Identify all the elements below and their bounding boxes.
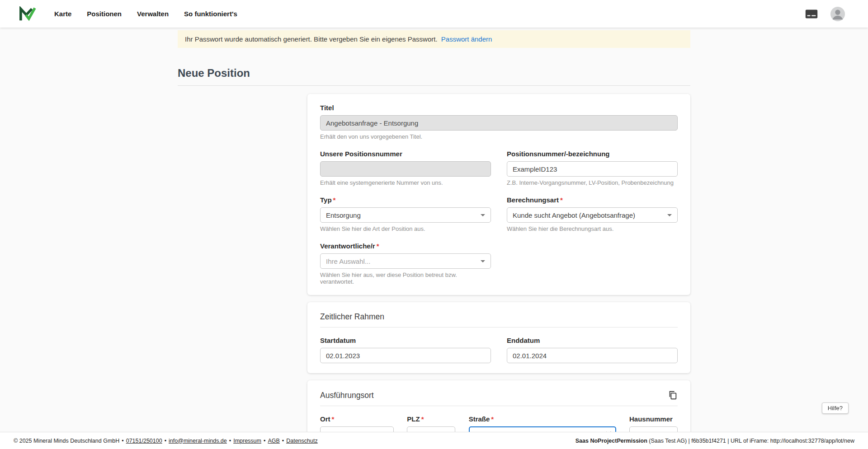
page-title: Neue Position	[178, 67, 690, 86]
main-nav: Karte Positionen Verwalten So funktionie…	[54, 10, 237, 18]
berechnungsart-label: Berechnungsart*	[507, 196, 678, 204]
nav-item-so-funktionierts[interactable]: So funktioniert's	[184, 10, 237, 18]
nav-item-karte[interactable]: Karte	[54, 10, 71, 18]
ausfuehrungsort-title: Ausführungsort	[320, 391, 374, 400]
verantwortlicher-select[interactable]: Ihre Auswahl...	[320, 253, 491, 269]
footer-left: © 2025 Mineral Minds Deutschland GmbH•07…	[14, 438, 318, 444]
footer-tenant: Saas NoProjectPermission	[576, 438, 647, 444]
typ-helper: Wählen Sie hier die Art der Position aus…	[320, 225, 491, 232]
server-icon[interactable]	[805, 9, 818, 19]
zeitlicher-rahmen-card: Zeitlicher Rahmen Startdatum Enddatum	[307, 302, 690, 373]
copy-icon[interactable]	[668, 390, 678, 400]
verantwortlicher-label: Verantwortliche/r*	[320, 242, 491, 250]
zeitlicher-rahmen-title: Zeitlicher Rahmen	[320, 312, 384, 322]
banner-text: Ihr Passwort wurde automatisch generiert…	[185, 35, 438, 43]
footer: © 2025 Mineral Minds Deutschland GmbH•07…	[0, 432, 868, 449]
titel-label: Titel	[320, 104, 678, 112]
strasse-label: Straße*	[469, 415, 616, 423]
password-banner: Ihr Passwort wurde automatisch generiert…	[178, 30, 690, 48]
verantwortlicher-helper: Wählen Sie hier aus, wer diese Position …	[320, 271, 491, 285]
footer-link-email[interactable]: info@mineral-minds.de	[169, 438, 227, 444]
required-marker: *	[332, 415, 335, 423]
navbar: Karte Positionen Verwalten So funktionie…	[0, 0, 868, 28]
typ-select-value: Entsorgung	[326, 211, 361, 219]
chevron-down-icon	[667, 214, 672, 216]
berechnungsart-select-value: Kunde sucht Angebot (Angebotsanfrage)	[513, 211, 635, 219]
position-form-card: Titel Erhält den von uns vorgegebenen Ti…	[307, 94, 690, 295]
plz-label: PLZ*	[407, 415, 455, 423]
startdatum-input[interactable]	[320, 348, 491, 363]
required-marker: *	[421, 415, 424, 423]
chevron-down-icon	[481, 260, 485, 262]
required-marker: *	[333, 196, 336, 204]
bezeichnung-helper: Z.B. Interne-Vorgangsnummer, LV-Position…	[507, 179, 678, 186]
footer-link-impressum[interactable]: Impressum	[233, 438, 261, 444]
avatar-icon[interactable]	[830, 6, 845, 22]
berechnungsart-helper: Wählen Sie hier die Berechnungsart aus.	[507, 225, 678, 232]
footer-link-datenschutz[interactable]: Datenschutz	[286, 438, 317, 444]
hausnummer-label: Hausnummer	[629, 415, 678, 423]
footer-link-phone[interactable]: 07151/250100	[126, 438, 162, 444]
enddatum-input[interactable]	[507, 348, 678, 363]
enddatum-label: Enddatum	[507, 337, 678, 344]
required-marker: *	[377, 242, 379, 250]
titel-input	[320, 115, 678, 131]
footer-meta: (Saas Test AG) | f6b35b1f4271 | URL of i…	[647, 438, 854, 444]
typ-select[interactable]: Entsorgung	[320, 207, 491, 223]
typ-label: Typ*	[320, 196, 491, 204]
startdatum-label: Startdatum	[320, 337, 491, 344]
berechnungsart-select[interactable]: Kunde sucht Angebot (Angebotsanfrage)	[507, 207, 678, 223]
bezeichnung-label: Positionsnummer/-bezeichnung	[507, 150, 678, 158]
bezeichnung-input[interactable]	[507, 161, 678, 177]
verantwortlicher-select-placeholder: Ihre Auswahl...	[326, 257, 370, 265]
positionsnummer-label: Unsere Positionsnummer	[320, 150, 491, 158]
ort-label: Ort*	[320, 415, 394, 423]
footer-link-agb[interactable]: AGB	[268, 438, 279, 444]
nav-item-positionen[interactable]: Positionen	[87, 10, 122, 18]
help-button[interactable]: Hilfe?	[822, 402, 849, 414]
titel-helper: Erhält den von uns vorgegebenen Titel.	[320, 133, 678, 140]
footer-info: Saas NoProjectPermission (Saas Test AG) …	[576, 438, 854, 444]
chevron-down-icon	[481, 214, 485, 216]
required-marker: *	[560, 196, 563, 204]
password-change-link[interactable]: Passwort ändern	[441, 35, 492, 43]
logo-icon[interactable]	[19, 6, 36, 22]
positionsnummer-input	[320, 161, 491, 177]
nav-item-verwalten[interactable]: Verwalten	[137, 10, 169, 18]
footer-copyright: © 2025 Mineral Minds Deutschland GmbH	[14, 438, 119, 444]
required-marker: *	[491, 415, 494, 423]
positionsnummer-helper: Erhält eine systemgenerierte Nummer von …	[320, 179, 491, 186]
